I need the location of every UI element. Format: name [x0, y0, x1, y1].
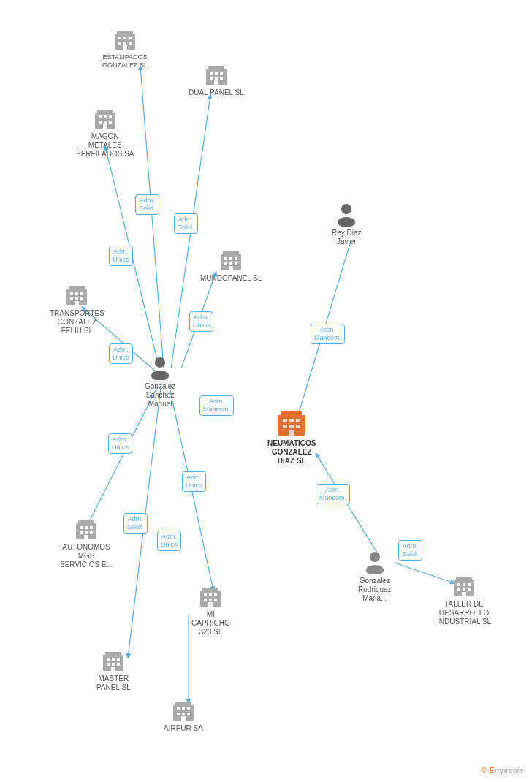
svg-rect-41: [70, 292, 73, 295]
svg-rect-95: [214, 599, 217, 601]
svg-rect-87: [111, 667, 115, 671]
badge-adm-unico-1: Adm.Unico: [109, 246, 133, 266]
svg-rect-13: [117, 31, 133, 35]
node-magon: MAGONMETALESPERFILADOS SA: [76, 107, 134, 159]
node-dual-panel: DUAL PANEL SL: [189, 63, 244, 97]
svg-rect-105: [181, 716, 186, 721]
svg-rect-20: [123, 45, 127, 50]
svg-rect-115: [468, 588, 471, 591]
badge-adm-mancom-3: Adm.Mancom.: [316, 484, 350, 504]
svg-rect-45: [75, 297, 78, 300]
svg-rect-72: [80, 526, 83, 529]
svg-point-58: [151, 371, 169, 380]
svg-rect-15: [123, 37, 126, 39]
badge-adm-unico-5: Adm.Unico: [157, 531, 181, 551]
svg-point-107: [366, 565, 384, 574]
badge-adm-solid-1: Adm.Solid.: [135, 194, 159, 215]
svg-rect-94: [209, 599, 212, 601]
badge-adm-solid-4: Adm.Solid.: [398, 540, 422, 561]
watermark: © Empresia: [481, 766, 523, 775]
svg-rect-64: [289, 419, 294, 422]
svg-point-60: [338, 217, 355, 227]
node-taller: TALLER DEDESARROLLOINDUSTRIAL SL: [437, 574, 491, 626]
badge-adm-unico-2: Adm.Unico: [109, 343, 133, 364]
svg-rect-14: [118, 37, 121, 39]
svg-rect-100: [182, 707, 185, 710]
svg-rect-23: [210, 72, 213, 75]
node-rey-diaz: Rey DiazJavier: [332, 202, 362, 246]
svg-rect-76: [85, 531, 88, 534]
svg-rect-101: [187, 707, 190, 710]
svg-rect-34: [109, 115, 112, 118]
svg-rect-109: [456, 577, 472, 582]
svg-rect-104: [187, 713, 190, 715]
svg-rect-73: [85, 526, 88, 529]
svg-rect-113: [457, 588, 460, 591]
svg-rect-98: [175, 702, 191, 706]
diagram: ESTAMPADOSGONZALEZ SL DUAL PANEL SL: [0, 0, 532, 782]
svg-rect-91: [209, 593, 212, 596]
svg-rect-67: [289, 425, 294, 428]
svg-rect-47: [75, 301, 79, 305]
svg-point-106: [370, 552, 380, 562]
svg-rect-25: [220, 72, 223, 75]
svg-rect-62: [281, 411, 302, 417]
node-mi-capricho: MICAPRICHO323 SL: [191, 585, 230, 637]
svg-rect-102: [177, 713, 180, 715]
node-gonzalez-rodriguez: GonzalezRodriguezMaria...: [358, 550, 392, 603]
svg-line-0: [140, 66, 164, 368]
svg-rect-71: [78, 520, 94, 525]
svg-point-59: [341, 204, 352, 214]
svg-rect-37: [109, 121, 112, 124]
badge-adm-mancom-2: Adm.Mancom.: [200, 395, 234, 416]
svg-rect-78: [84, 535, 88, 539]
badge-adm-mancom-1: Adm.Mancom.: [311, 324, 345, 344]
svg-rect-17: [118, 42, 121, 45]
node-gonzalez-sanchez: GonzalezSanchezManuel: [145, 355, 175, 409]
svg-point-57: [155, 357, 165, 368]
svg-rect-27: [215, 77, 218, 80]
svg-rect-40: [69, 286, 85, 291]
svg-rect-18: [123, 42, 126, 45]
svg-rect-114: [463, 588, 466, 591]
svg-rect-51: [229, 257, 232, 260]
badge-adm-unico-3: Adm.Unico: [189, 311, 213, 332]
watermark-brand: Empresia: [490, 766, 523, 775]
svg-rect-16: [129, 37, 132, 39]
badge-adm-solid-3: Adm.Solid.: [123, 513, 148, 534]
svg-rect-85: [112, 663, 115, 666]
svg-rect-84: [107, 663, 110, 666]
svg-rect-110: [457, 583, 460, 586]
svg-rect-19: [129, 42, 132, 45]
svg-rect-75: [80, 531, 83, 534]
svg-rect-24: [215, 72, 218, 75]
node-autonomos: AUTONOMOSMGSSERVICIOS E...: [60, 517, 113, 569]
svg-rect-36: [104, 121, 107, 124]
svg-rect-50: [224, 257, 227, 260]
node-neumaticos: NEUMATICOSGONZALEZDIAZ SL: [267, 408, 316, 466]
svg-rect-38: [103, 124, 107, 129]
svg-rect-82: [112, 658, 115, 661]
node-mundopanel: MUNDOPANEL SL: [200, 248, 262, 283]
watermark-copyright: ©: [481, 766, 487, 775]
svg-rect-81: [107, 658, 110, 661]
svg-rect-46: [80, 297, 83, 300]
svg-rect-43: [80, 292, 83, 295]
svg-rect-44: [70, 297, 73, 300]
svg-rect-99: [177, 707, 180, 710]
svg-rect-112: [468, 583, 471, 586]
svg-rect-63: [283, 419, 287, 422]
badge-adm-solid-2: Adm.Solid.: [174, 213, 198, 234]
svg-rect-69: [289, 430, 294, 436]
svg-rect-54: [229, 262, 232, 265]
svg-rect-90: [204, 593, 207, 596]
svg-rect-116: [462, 592, 466, 596]
svg-rect-111: [463, 583, 466, 586]
svg-rect-103: [182, 713, 185, 715]
svg-rect-33: [104, 115, 107, 118]
svg-rect-86: [117, 663, 120, 666]
svg-rect-80: [105, 652, 121, 656]
svg-rect-22: [208, 66, 224, 70]
node-estampados: ESTAMPADOSGONZALEZ SL: [102, 28, 148, 69]
svg-rect-31: [97, 110, 113, 114]
